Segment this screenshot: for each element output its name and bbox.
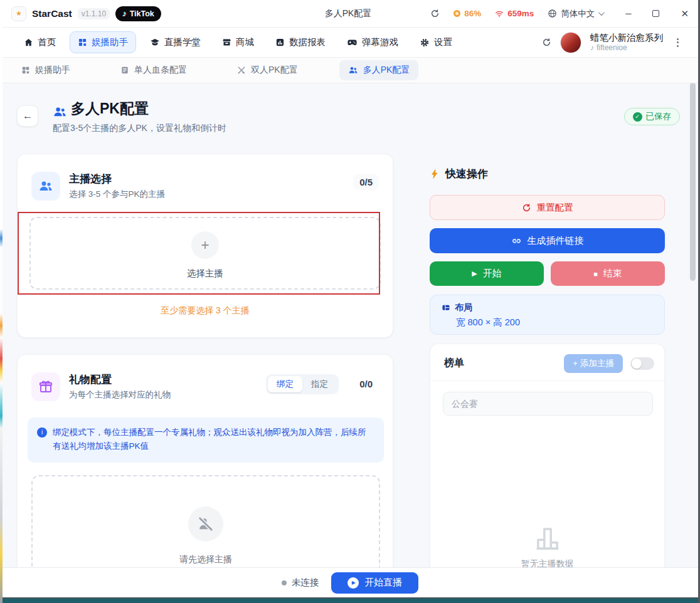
saved-status-badge: ✓ 已保存 — [624, 108, 681, 125]
people-icon — [31, 172, 60, 201]
anchor-card-subtitle: 选择 3-5 个参与PK的主播 — [69, 189, 165, 200]
stop-button[interactable]: ■ 结束 — [551, 261, 665, 286]
gift-card-subtitle: 为每个主播选择对应的礼物 — [69, 389, 171, 401]
report-icon — [275, 38, 285, 47]
signal-icon — [495, 9, 504, 18]
quick-actions-title: 快速操作 — [430, 167, 488, 181]
mode-bind-button[interactable]: 绑定 — [268, 376, 302, 392]
league-name-input[interactable] — [443, 392, 653, 416]
people-icon — [53, 105, 67, 119]
app-name: StarCast — [32, 8, 72, 19]
app-logo-icon: ★ — [11, 6, 26, 21]
user-handle: fifteenioe — [597, 43, 627, 53]
gift-card-title: 礼物配置 — [69, 372, 112, 387]
generate-plugin-link-button[interactable]: 生成插件链接 — [430, 228, 665, 253]
window-bottom-edge — [0, 597, 700, 603]
back-button[interactable]: ← — [17, 105, 38, 127]
tiktok-icon: ♪ — [122, 9, 127, 18]
leaderboard-toggle[interactable] — [630, 357, 654, 370]
user-name: 蜡笔小新治愈系列 — [590, 32, 663, 43]
tiktok-mini-icon: ♪ — [590, 43, 594, 53]
start-button[interactable]: ▶ 开始 — [430, 261, 544, 286]
leaderboard-title: 榜单 — [444, 357, 464, 370]
mode-assign-button[interactable]: 指定 — [302, 376, 337, 392]
tab-single-hp-config[interactable]: 单人血条配置 — [112, 60, 196, 80]
user-info: 蜡笔小新治愈系列 ♪ fifteenioe — [590, 32, 663, 53]
connection-status: 未连接 — [282, 577, 319, 589]
layout-size-value: 宽 800 × 高 200 — [456, 317, 520, 328]
nav-item-live-school[interactable]: 直播学堂 — [142, 32, 208, 53]
toggle-knob — [632, 359, 642, 369]
footer-bar: 未连接 ▶ 开始直播 — [0, 567, 700, 597]
nav-item-settings[interactable]: 设置 — [412, 32, 460, 53]
gift-count-badge: 0/0 — [353, 376, 379, 392]
globe-icon — [548, 9, 557, 18]
kebab-menu-button[interactable] — [672, 36, 684, 50]
scrollbar-thumb[interactable] — [690, 83, 696, 281]
anchor-count-badge: 0/5 — [353, 174, 379, 190]
window-title: 多人PK配置 — [325, 8, 372, 19]
battery-status: 86% — [453, 9, 481, 18]
account-refresh-icon[interactable] — [542, 38, 551, 47]
divider — [430, 380, 664, 381]
titlebar: ★ StarCast v1.1.10 ♪ TikTok 多人PK配置 86% 6… — [0, 0, 700, 28]
tab-multi-pk-config[interactable]: 多人PK配置 — [339, 60, 419, 80]
user-avatar[interactable] — [560, 32, 581, 53]
start-live-button[interactable]: ▶ 开始直播 — [331, 572, 418, 594]
tab-duo-pk-config[interactable]: 双人PK配置 — [228, 60, 307, 80]
layout-info-box: 布局 宽 800 × 高 200 — [430, 295, 665, 335]
battery-icon — [453, 10, 460, 17]
gift-config-card: 礼物配置 为每个主播选择对应的礼物 绑定 指定 0/0 i 绑定模式下，每位主播… — [17, 354, 393, 603]
doc-icon — [120, 66, 129, 75]
grid-icon — [78, 38, 87, 47]
swords-icon — [237, 66, 246, 75]
min-anchor-warning: 至少需要选择 3 个主播 — [17, 305, 393, 317]
gift-mode-switch: 绑定 指定 — [266, 374, 339, 394]
latency-status: 659ms — [495, 9, 534, 18]
nav-item-entertain-assistant[interactable]: 娱播助手 — [70, 31, 136, 53]
version-badge: v1.1.10 — [78, 8, 110, 19]
anchor-card-title: 主播选择 — [69, 172, 112, 186]
nav-item-home[interactable]: 首页 — [16, 32, 63, 53]
gift-icon — [31, 372, 60, 401]
link-icon — [511, 236, 522, 246]
gift-empty-label: 请先选择主播 — [33, 554, 379, 565]
nav-item-store[interactable]: 商城 — [215, 32, 262, 53]
stop-icon: ■ — [593, 270, 598, 278]
reset-config-button[interactable]: 重置配置 — [430, 195, 665, 220]
school-icon — [150, 38, 160, 48]
play-circle-icon: ▶ — [347, 577, 359, 589]
lightning-icon — [430, 169, 440, 179]
language-selector[interactable]: 简体中文 — [548, 8, 603, 19]
layout-label: 布局 — [455, 302, 472, 313]
check-icon: ✓ — [633, 112, 642, 122]
person-off-icon — [188, 506, 223, 542]
main-nav: 首页 娱播助手 直播学堂 商城 数据报表 弹幕游戏 — [0, 28, 700, 58]
select-anchor-label: 选择主播 — [31, 268, 379, 280]
chevron-down-icon — [598, 9, 605, 16]
desktop-edge-sliver — [0, 0, 3, 603]
store-icon — [222, 38, 231, 47]
minimize-button[interactable]: ─ — [625, 9, 631, 18]
bind-mode-info: i 绑定模式下，每位主播配置一个专属礼物；观众送出该礼物即视为加入阵营，后续所有… — [28, 417, 384, 463]
refresh-icon — [522, 203, 531, 212]
maximize-button[interactable] — [652, 10, 659, 17]
select-anchor-dropzone[interactable]: + 选择主播 — [29, 217, 381, 290]
gamepad-icon — [347, 37, 358, 48]
plus-icon: + — [191, 231, 219, 259]
info-icon: i — [37, 427, 47, 438]
nav-item-danmaku-game[interactable]: 弹幕游戏 — [339, 32, 406, 53]
leaderboard-card: 榜单 + 添加主播 暂无主播数据 — [430, 343, 665, 603]
status-dot-icon — [282, 580, 287, 585]
close-button[interactable]: ✕ — [681, 8, 689, 19]
bar-chart-icon — [531, 522, 564, 557]
home-icon — [24, 38, 33, 47]
tab-entertain-assistant[interactable]: 娱播助手 — [13, 60, 79, 80]
sub-tabbar: 娱播助手 单人血条配置 双人PK配置 多人PK配置 — [0, 58, 700, 83]
refresh-icon[interactable] — [430, 9, 440, 18]
nav-item-data-report[interactable]: 数据报表 — [268, 32, 333, 53]
page-subtitle: 配置3-5个主播的多人PK，设置礼物和倒计时 — [53, 123, 226, 134]
gear-icon — [420, 38, 430, 48]
page-title: 多人PK配置 — [71, 99, 149, 118]
add-anchor-button[interactable]: + 添加主播 — [564, 354, 623, 373]
